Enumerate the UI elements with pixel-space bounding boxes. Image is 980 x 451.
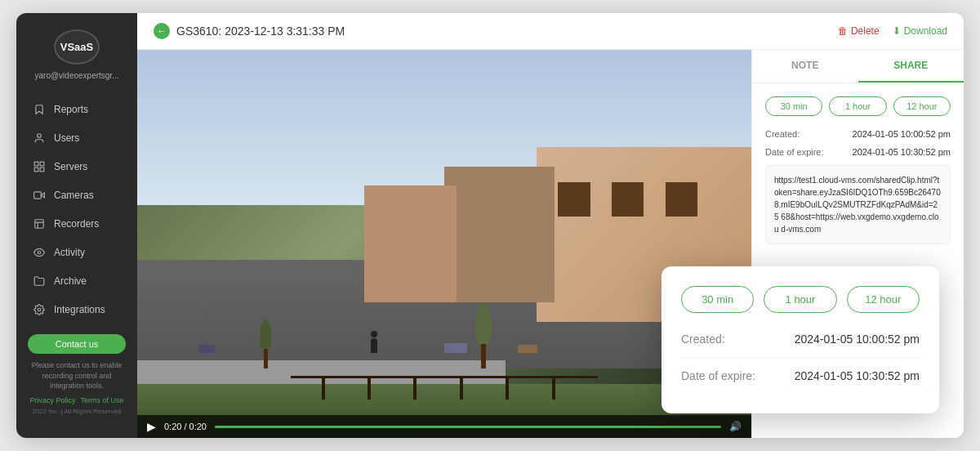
sidebar-label-reports: Reports	[54, 104, 88, 115]
svg-rect-5	[34, 192, 42, 199]
progress-bar[interactable]	[215, 426, 721, 428]
popup-btn-12hour[interactable]: 12 hour	[847, 286, 920, 313]
sidebar-item-users[interactable]: Users	[16, 124, 137, 152]
svg-rect-6	[35, 220, 44, 229]
sidebar-nav: Reports Users Servers	[16, 95, 137, 324]
tree-center	[475, 303, 492, 368]
gear-icon	[33, 303, 46, 316]
panel-btn-30min[interactable]: 30 min	[765, 96, 822, 116]
svg-point-0	[38, 134, 42, 138]
person-icon	[33, 132, 46, 145]
video-controls: ▶ 0:20 / 0:20 🔊	[137, 415, 751, 438]
play-button[interactable]: ▶	[147, 420, 156, 433]
back-button[interactable]: ←	[154, 23, 170, 39]
sidebar-item-activity[interactable]: Activity	[16, 239, 137, 266]
sidebar-label-recorders: Recorders	[54, 218, 99, 230]
popup-created-label: Created:	[681, 333, 725, 346]
header-actions: 🗑 Delete ⬇ Download	[838, 25, 947, 37]
panel-expire-value: 2024-01-05 10:30:52 pm	[853, 147, 951, 157]
sidebar-bottom: Contact us Please contact us to enable r…	[16, 324, 137, 425]
camera-icon	[33, 189, 46, 202]
svg-rect-4	[40, 167, 44, 172]
panel-expire-label: Date of expire:	[765, 147, 824, 157]
share-url-box: https://test1.cloud-vms.com/sharedClip.h…	[765, 165, 951, 244]
privacy-policy-link[interactable]: Privacy Policy	[29, 396, 75, 404]
video-section: ▶ 0:20 / 0:20 🔊	[137, 50, 751, 438]
panel-btn-1hour[interactable]: 1 hour	[829, 96, 886, 116]
popup-created-value: 2024-01-05 10:00:52 pm	[795, 333, 920, 346]
video-background	[137, 50, 751, 438]
panel-created-label: Created:	[765, 129, 800, 139]
popup-btn-1hour[interactable]: 1 hour	[764, 286, 836, 313]
file-icon	[33, 217, 46, 230]
download-icon: ⬇	[893, 25, 901, 37]
progress-fill	[215, 426, 721, 428]
building-mid	[444, 167, 555, 302]
sidebar-label-users: Users	[54, 132, 79, 144]
folder-icon	[33, 275, 46, 288]
download-button[interactable]: ⬇ Download	[893, 25, 947, 37]
sidebar-item-integrations[interactable]: Integrations	[16, 296, 137, 324]
grid-icon	[33, 160, 46, 173]
car-3	[198, 345, 215, 353]
popup-expire-value: 2024-01-05 10:30:52 pm	[795, 369, 920, 382]
main-header: ← GS3610: 2023-12-13 3:31:33 PM 🗑 Delete…	[137, 13, 964, 50]
popup-card: 30 min 1 hour 12 hour Created: 2024-01-0…	[662, 266, 939, 413]
page-title: GS3610: 2023-12-13 3:31:33 PM	[176, 25, 345, 38]
app-logo: VSaaS	[54, 29, 100, 65]
popup-expire-row: Date of expire: 2024-01-05 10:30:52 pm	[681, 369, 920, 382]
popup-duration-buttons: 30 min 1 hour 12 hour	[681, 286, 920, 313]
sidebar-label-archive: Archive	[54, 275, 87, 287]
delete-button[interactable]: 🗑 Delete	[838, 25, 880, 37]
sidebar-label-activity: Activity	[54, 247, 85, 258]
contact-us-button[interactable]: Contact us	[28, 334, 126, 354]
person-silhouette	[371, 338, 377, 353]
bookmark-icon	[33, 103, 46, 116]
panel-tabs: NOTE SHARE	[752, 50, 964, 83]
popup-btn-30min[interactable]: 30 min	[681, 286, 754, 313]
time-display: 0:20 / 0:20	[164, 422, 207, 431]
sidebar-label-servers: Servers	[54, 161, 87, 172]
sidebar-item-reports[interactable]: Reports	[16, 96, 137, 123]
panel-created-value: 2024-01-05 10:00:52 pm	[853, 129, 951, 139]
sidebar-copyright: 2022 Inc. | All Rights Reserved	[28, 408, 126, 415]
tab-note[interactable]: NOTE	[752, 50, 858, 83]
trash-icon: 🗑	[838, 25, 848, 37]
panel-expire-row: Date of expire: 2024-01-05 10:30:52 pm	[765, 147, 951, 157]
sidebar-label-integrations: Integrations	[54, 304, 105, 315]
sidebar-label-cameras: Cameras	[54, 190, 94, 201]
svg-point-10	[38, 308, 41, 311]
sidebar: VSaaS yaro@videoexpertsgr... Reports	[16, 13, 137, 438]
panel-created-row: Created: 2024-01-05 10:00:52 pm	[765, 129, 951, 139]
header-title: ← GS3610: 2023-12-13 3:31:33 PM	[154, 23, 345, 39]
app-container: VSaaS yaro@videoexpertsgr... Reports	[16, 13, 964, 438]
sidebar-item-cameras[interactable]: Cameras	[16, 181, 137, 209]
building-left	[364, 185, 457, 302]
panel-btn-12hour[interactable]: 12 hour	[893, 96, 951, 116]
car-1	[444, 343, 467, 353]
popup-created-row: Created: 2024-01-05 10:00:52 pm	[681, 333, 920, 346]
sidebar-item-archive[interactable]: Archive	[16, 267, 137, 295]
tree-left	[260, 319, 271, 368]
eye-icon	[33, 246, 46, 259]
video-player[interactable]	[137, 50, 751, 438]
popup-divider	[681, 357, 920, 358]
svg-rect-1	[34, 162, 38, 166]
sidebar-item-recorders[interactable]: Recorders	[16, 210, 137, 238]
panel-duration-buttons: 30 min 1 hour 12 hour	[765, 96, 951, 116]
sidebar-note: Please contact us to enable recording co…	[28, 360, 126, 391]
svg-rect-2	[40, 162, 44, 166]
volume-icon[interactable]: 🔊	[729, 421, 742, 432]
sidebar-links: Privacy Policy Terms of Use	[28, 396, 126, 404]
sidebar-item-servers[interactable]: Servers	[16, 153, 137, 181]
terms-link[interactable]: Terms of Use	[81, 396, 124, 404]
tab-share[interactable]: SHARE	[858, 50, 964, 83]
fence-element	[291, 376, 598, 400]
popup-expire-label: Date of expire:	[681, 369, 755, 382]
sidebar-user: yaro@videoexpertsgr...	[29, 71, 126, 80]
car-2	[518, 345, 537, 353]
svg-point-9	[38, 251, 41, 254]
share-url-text: https://test1.cloud-vms.com/sharedClip.h…	[774, 176, 941, 234]
svg-rect-3	[34, 167, 38, 172]
